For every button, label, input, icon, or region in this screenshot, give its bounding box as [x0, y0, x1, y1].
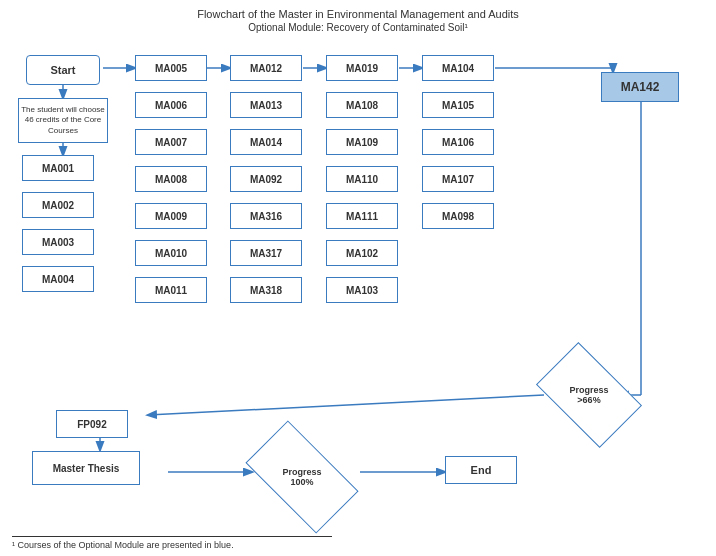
ma316-box: MA316	[230, 203, 302, 229]
ma111-box: MA111	[326, 203, 398, 229]
ma012-box: MA012	[230, 55, 302, 81]
title-sub: Optional Module: Recovery of Contaminate…	[0, 22, 716, 33]
start-box: Start	[26, 55, 100, 85]
ma006-box: MA006	[135, 92, 207, 118]
ma001-box: MA001	[22, 155, 94, 181]
ma014-box: MA014	[230, 129, 302, 155]
progress66-label: Progress >66%	[569, 385, 608, 405]
svg-line-10	[148, 395, 544, 415]
ma019-box: MA019	[326, 55, 398, 81]
ma002-box: MA002	[22, 192, 94, 218]
ma011-box: MA011	[135, 277, 207, 303]
ma005-box: MA005	[135, 55, 207, 81]
progress66-diamond: Progress >66%	[544, 365, 634, 425]
ma317-box: MA317	[230, 240, 302, 266]
progress100-diamond: Progress 100%	[252, 447, 352, 507]
ma104-box: MA104	[422, 55, 494, 81]
title-block: Flowchart of the Master in Environmental…	[0, 0, 716, 33]
ma107-box: MA107	[422, 166, 494, 192]
ma109-box: MA109	[326, 129, 398, 155]
ma108-box: MA108	[326, 92, 398, 118]
ma098-box: MA098	[422, 203, 494, 229]
fp092-box: FP092	[56, 410, 128, 438]
ma004-box: MA004	[22, 266, 94, 292]
ma013-box: MA013	[230, 92, 302, 118]
master-thesis-box: Master Thesis	[32, 451, 140, 485]
ma010-box: MA010	[135, 240, 207, 266]
ma142-box: MA142	[601, 72, 679, 102]
ma110-box: MA110	[326, 166, 398, 192]
ma106-box: MA106	[422, 129, 494, 155]
ma007-box: MA007	[135, 129, 207, 155]
ma003-box: MA003	[22, 229, 94, 255]
title-main: Flowchart of the Master in Environmental…	[0, 8, 716, 20]
ma103-box: MA103	[326, 277, 398, 303]
ma102-box: MA102	[326, 240, 398, 266]
ma318-box: MA318	[230, 277, 302, 303]
ma009-box: MA009	[135, 203, 207, 229]
description-box: The student will choose 46 credits of th…	[18, 98, 108, 143]
ma092-box: MA092	[230, 166, 302, 192]
end-box: End	[445, 456, 517, 484]
progress100-label: Progress 100%	[282, 467, 321, 487]
ma008-box: MA008	[135, 166, 207, 192]
flowchart-container: Flowchart of the Master in Environmental…	[0, 0, 716, 556]
footnote: ¹ Courses of the Optional Module are pre…	[12, 536, 332, 550]
ma105-box: MA105	[422, 92, 494, 118]
